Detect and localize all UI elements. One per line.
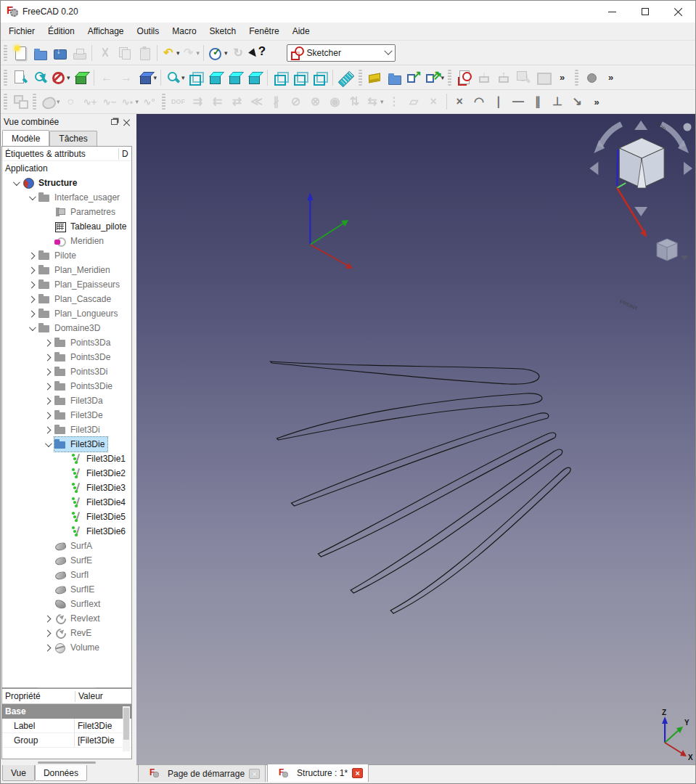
- expander-closed-icon[interactable]: [40, 350, 54, 364]
- save-file-button[interactable]: [49, 43, 69, 62]
- menu-item-1[interactable]: Édition: [41, 24, 81, 38]
- tree-item-filet3de[interactable]: Filet3De: [2, 408, 131, 422]
- tree-item-filet3die6[interactable]: Filet3Die6: [2, 524, 131, 539]
- tree-item-filet3die3[interactable]: Filet3Die3: [2, 481, 131, 495]
- tree-item-content[interactable]: Filet3Die: [54, 437, 107, 452]
- tree-item-meridien[interactable]: Meridien: [2, 234, 131, 248]
- tab-close-icon[interactable]: ×: [352, 768, 363, 778]
- tree-item-content[interactable]: Parametres: [54, 205, 118, 219]
- tree-item-content[interactable]: RevIext: [54, 611, 103, 626]
- tree-item-content[interactable]: SurfE: [54, 553, 95, 568]
- tree-item-reviext[interactable]: RevIext: [2, 611, 131, 626]
- expander-open-icon[interactable]: [40, 437, 54, 452]
- sketcher-overflow-button[interactable]: »: [587, 92, 607, 112]
- expander-closed-icon[interactable]: [40, 640, 54, 655]
- tree-item-surfiext[interactable]: SurfIext: [2, 597, 131, 611]
- constrain-coincident-button[interactable]: ×: [450, 92, 470, 112]
- expander-closed-icon[interactable]: [24, 306, 38, 321]
- view-top-button[interactable]: [225, 68, 245, 87]
- tree-item-content[interactable]: Points3De: [54, 350, 113, 364]
- home-view-button[interactable]: ▾: [136, 68, 158, 87]
- tree-item-structure[interactable]: Structure: [2, 176, 131, 190]
- property-bottom-splitter[interactable]: [1, 759, 132, 765]
- draw-style-button[interactable]: ▾: [49, 68, 71, 87]
- tree-item-filet3die1[interactable]: Filet3Die1: [2, 452, 131, 466]
- menu-item-2[interactable]: Affichage: [81, 24, 131, 38]
- tree-item-plan_meridien[interactable]: Plan_Meridien: [2, 263, 131, 277]
- tree-item-content[interactable]: Points3Da: [54, 335, 113, 350]
- expander-closed-icon[interactable]: [40, 626, 54, 640]
- tree-item-content[interactable]: Filet3Die4: [70, 495, 128, 510]
- validate-sketch-button[interactable]: ▾: [207, 43, 229, 62]
- constrain-parallel-button[interactable]: ∥: [528, 92, 548, 112]
- tree-item-surfa[interactable]: SurfA: [2, 539, 131, 553]
- toolbar-drag-handle[interactable]: [4, 45, 7, 61]
- view-front-button[interactable]: [205, 68, 225, 87]
- tree-item-volume[interactable]: Volume: [2, 640, 131, 655]
- new-file-button[interactable]: [10, 43, 30, 62]
- tree-item-content[interactable]: Filet3Die2: [70, 466, 128, 481]
- tree-item-content[interactable]: Pilote: [38, 248, 79, 263]
- tree-item-points3die[interactable]: Points3Die: [2, 379, 131, 393]
- tree-item-filet3di[interactable]: Filet3Di: [2, 422, 131, 437]
- tree-item-content[interactable]: SurfIE: [54, 582, 97, 597]
- expander-closed-icon[interactable]: [40, 408, 54, 422]
- create-part-button[interactable]: [365, 68, 385, 87]
- expander-open-icon[interactable]: [24, 321, 38, 335]
- tree-item-parametres[interactable]: Parametres: [2, 205, 131, 219]
- tree-item-content[interactable]: Plan_Epaisseurs: [38, 277, 123, 292]
- expander-open-icon[interactable]: [24, 190, 38, 205]
- expander-closed-icon[interactable]: [40, 611, 54, 626]
- draw-style-dropdown-icon[interactable]: ▾: [67, 74, 70, 81]
- tree-item-points3de[interactable]: Points3De: [2, 350, 131, 364]
- tree-item-content[interactable]: Domaine3D: [38, 321, 103, 335]
- tab-modèle[interactable]: Modèle: [2, 130, 49, 146]
- tree-item-content[interactable]: Meridien: [54, 234, 107, 248]
- toolbar-overflow-1-button[interactable]: »: [552, 68, 572, 87]
- tree-item-domaine3d[interactable]: Domaine3D: [2, 321, 131, 335]
- close-button[interactable]: [662, 1, 695, 23]
- tree-item-content[interactable]: Points3Die: [54, 379, 115, 393]
- menu-item-4[interactable]: Macro: [165, 24, 202, 38]
- expander-closed-icon[interactable]: [40, 393, 54, 408]
- tab-vue[interactable]: Vue: [2, 765, 35, 781]
- tree-item-points3da[interactable]: Points3Da: [2, 335, 131, 350]
- toolbar-overflow-2-button[interactable]: »: [601, 68, 621, 87]
- create-group-button[interactable]: [385, 68, 404, 87]
- tree-item-content[interactable]: Structure: [22, 176, 80, 190]
- menu-item-0[interactable]: Fichier: [2, 24, 41, 38]
- toolbar-drag-handle[interactable]: [359, 70, 362, 86]
- constrain-tangent-button[interactable]: ↘: [568, 92, 587, 112]
- tree-item-content[interactable]: SurfA: [54, 539, 95, 553]
- macro-record-button[interactable]: [581, 68, 601, 87]
- undo-dropdown-icon[interactable]: ▾: [176, 49, 180, 57]
- 3d-viewport[interactable]: TOP FRONT RIGHT: [136, 114, 695, 764]
- document-tab-0[interactable]: Page de démarrage×: [138, 764, 266, 782]
- zoom-button[interactable]: ▾: [164, 68, 186, 87]
- rotate-cw-arrow[interactable]: [589, 162, 598, 175]
- create-sketch-button[interactable]: [454, 68, 474, 87]
- expander-closed-icon[interactable]: [24, 263, 38, 277]
- tree-item-filet3die4[interactable]: Filet3Die4: [2, 495, 131, 510]
- tree-item-content[interactable]: SurfIext: [54, 597, 103, 611]
- expander-closed-icon[interactable]: [40, 364, 54, 379]
- nav-mini-cube-menu[interactable]: [657, 239, 688, 261]
- tree-item-surfie[interactable]: SurfIE: [2, 582, 131, 597]
- constrain-perpendicular-button[interactable]: ⊥: [548, 92, 568, 112]
- property-header[interactable]: Propriété Valeur: [2, 689, 131, 704]
- box-element-selection-button[interactable]: [71, 68, 91, 87]
- tree-item-content[interactable]: Plan_Cascade: [38, 292, 114, 306]
- view-right-button[interactable]: [245, 68, 264, 87]
- view-bottom-button[interactable]: [310, 68, 329, 87]
- maximize-button[interactable]: [629, 1, 662, 23]
- tree-item-content[interactable]: SurfI: [54, 568, 91, 582]
- tilt-up-arrow[interactable]: [634, 121, 647, 130]
- property-value[interactable]: Filet3Die: [75, 721, 117, 731]
- fit-selection-button[interactable]: [30, 68, 49, 87]
- expander-closed-icon[interactable]: [24, 277, 38, 292]
- property-value[interactable]: [Filet3Die: [75, 735, 117, 746]
- close-panel-icon[interactable]: [123, 119, 130, 126]
- expander-closed-icon[interactable]: [40, 379, 54, 393]
- tree-item-content[interactable]: RevE: [54, 626, 94, 640]
- tree-item-content[interactable]: Volume: [54, 640, 102, 655]
